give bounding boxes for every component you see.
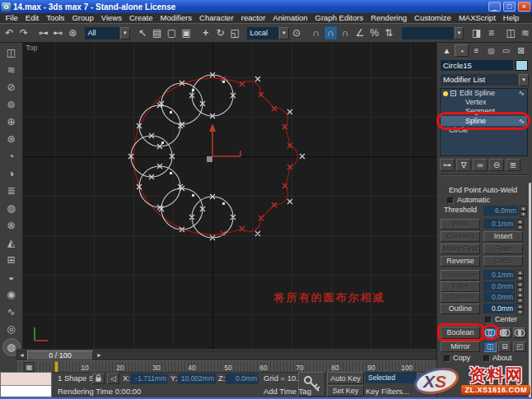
current-frame-marker[interactable] — [54, 361, 58, 373]
chamfer-spinner[interactable]: ▲▼ — [516, 292, 524, 302]
modifier-list-arrow[interactable]: ▼ — [519, 74, 529, 86]
left-toolbar-button-2[interactable]: ≋ — [2, 62, 21, 79]
fillet-value-field[interactable]: 0.0mm — [483, 281, 515, 291]
scale-button[interactable]: ◱ — [228, 26, 242, 40]
stack-item-edit-spline[interactable]: Edit Spline ∿ — [441, 89, 527, 98]
remove-modifier-button[interactable]: ⊖ — [489, 159, 504, 171]
viewport-label[interactable]: Top — [26, 44, 38, 52]
selection-filter-dropdown[interactable]: All — [85, 27, 119, 39]
menu-item-reactor[interactable]: reactor — [237, 13, 269, 23]
reference-coordinate-dropdown[interactable]: Local — [247, 27, 278, 39]
select-and-link-button[interactable]: ⊶ — [36, 26, 50, 40]
menu-item-file[interactable]: File — [2, 13, 21, 23]
track-bar[interactable]: ▦ 10 20 30 40 50 60 70 80 90 100 — [16, 360, 436, 372]
make-unique-button[interactable]: ∞ — [473, 159, 488, 171]
left-toolbar-button-1[interactable]: ◫ — [2, 44, 21, 62]
left-toolbar-button-3[interactable]: ⊘ — [2, 79, 21, 96]
redo-button[interactable]: ↷ — [17, 26, 31, 40]
menu-item-modifiers[interactable]: Modifiers — [156, 13, 196, 23]
cross-insert-value-field[interactable]: 0.1mm — [483, 270, 515, 280]
left-toolbar-button-9[interactable]: ≣ — [2, 183, 21, 200]
minimize-button[interactable]: _ — [488, 2, 501, 12]
spinner-snap-button[interactable]: ⇅ — [382, 26, 396, 40]
undo-button[interactable]: ↶ — [2, 26, 16, 40]
menu-item-group[interactable]: Group — [68, 13, 97, 23]
align-button[interactable]: ≡ — [484, 26, 498, 40]
transform-gizmo[interactable] — [207, 123, 240, 162]
center-checkbox[interactable] — [485, 317, 492, 323]
menu-item-graph-editors[interactable]: Graph Editors — [311, 13, 367, 23]
cycle-button[interactable]: Cycle — [483, 256, 523, 267]
auto-key-button[interactable]: Auto Key — [327, 372, 364, 384]
threshold-value-field[interactable]: 6.0mm — [483, 206, 518, 216]
tab-create[interactable]: ▲ — [440, 44, 454, 57]
menu-item-maxscript[interactable]: MAXScript — [455, 13, 499, 23]
tab-motion[interactable]: ◎ — [484, 44, 498, 57]
stack-item-circle[interactable]: Circle — [441, 126, 527, 135]
snap-toggle-2d-button[interactable]: ∩ — [309, 26, 323, 40]
connect-button[interactable]: Connect — [441, 231, 480, 242]
menu-item-rendering[interactable]: Rendering — [367, 13, 411, 23]
named-selection-sets-arrow[interactable]: ▼ — [455, 27, 464, 39]
boolean-union-icon[interactable] — [483, 327, 497, 338]
top-viewport[interactable]: Top 将所有的圆布尔相减 — [23, 43, 436, 349]
weld-spinner[interactable]: ▲▼ — [516, 219, 524, 229]
left-toolbar-button-13[interactable]: ⊞ — [2, 252, 21, 269]
menu-item-tools[interactable]: Tools — [43, 13, 68, 23]
tab-utilities[interactable]: ⊠ — [514, 44, 528, 57]
left-toolbar-button-16[interactable]: ∿ — [2, 304, 21, 321]
configure-modifier-sets-button[interactable]: ≣ — [506, 159, 520, 171]
cross-insert-button[interactable]: CrossInsert — [441, 270, 480, 281]
tab-hierarchy[interactable]: ≡ — [469, 44, 483, 57]
maximize-button[interactable]: □ — [503, 2, 516, 12]
left-toolbar-button-6[interactable]: ⊛ — [2, 131, 21, 148]
mirror-button[interactable]: Mirror — [441, 341, 480, 352]
selection-region-button[interactable]: ▢ — [165, 26, 179, 40]
maxscript-mini-listener[interactable] — [0, 372, 52, 397]
menu-item-character[interactable]: Character — [196, 13, 238, 23]
weld-value-field[interactable]: 0.1mm — [483, 219, 515, 229]
stack-item-segment[interactable]: Segment — [441, 107, 527, 116]
selection-set-filter-dropdown[interactable]: Selected — [366, 373, 417, 383]
close-button[interactable]: × — [518, 2, 530, 12]
set-key-button[interactable]: Set Key — [327, 385, 364, 397]
move-button[interactable]: + — [198, 26, 212, 40]
outline-button[interactable]: Outline — [441, 304, 480, 314]
object-name-field[interactable]: Circle15 — [441, 60, 513, 71]
rotate-button[interactable]: ↻ — [213, 26, 227, 40]
left-toolbar-button-17[interactable]: ◎ — [2, 321, 21, 338]
mirror-vertical-icon[interactable]: ⊟ — [498, 341, 511, 352]
stack-item-vertex[interactable]: Vertex — [441, 98, 527, 107]
key-filters-button[interactable]: Key Filters... — [366, 386, 409, 397]
listener-macro-line[interactable] — [1, 373, 51, 386]
snap-toggle-25d-button[interactable]: ∩ — [338, 26, 352, 40]
left-toolbar-button-7[interactable]: ◔ — [2, 148, 21, 165]
left-toolbar-button-4[interactable]: ⊚ — [2, 96, 21, 114]
reference-coordinate-arrow[interactable]: ▼ — [279, 27, 289, 39]
left-toolbar-button-14[interactable]: ◒ — [2, 269, 21, 286]
menu-item-create[interactable]: Create — [125, 13, 156, 23]
left-toolbar-button-10[interactable]: ◍ — [2, 200, 21, 217]
use-pivot-center-button[interactable]: ⊙ — [290, 26, 304, 40]
fillet-spinner[interactable]: ▲▼ — [516, 281, 524, 291]
fillet-button[interactable]: Fillet — [441, 281, 480, 292]
automatic-checkbox[interactable] — [447, 197, 454, 204]
boolean-subtraction-icon[interactable] — [498, 327, 511, 338]
left-toolbar-button-15[interactable]: ◉ — [2, 286, 21, 304]
threshold-spinner[interactable]: ▲▼ — [520, 206, 527, 216]
stack-item-spline-selected[interactable]: Spline ∿ — [441, 116, 527, 126]
menu-item-views[interactable]: Views — [97, 13, 125, 23]
selection-filter-arrow[interactable]: ▼ — [120, 27, 130, 39]
next-frame-arrow[interactable]: ► — [95, 351, 104, 360]
absolute-mode-icon[interactable]: ◁ — [107, 373, 119, 384]
chamfer-button[interactable]: Chamfer — [441, 292, 480, 303]
chamfer-value-field[interactable]: 0.0mm — [483, 292, 515, 302]
left-toolbar-button-11[interactable]: ⊗ — [2, 217, 21, 234]
z-coordinate-field[interactable]: 0.0mm — [226, 373, 259, 384]
x-coordinate-field[interactable]: -1.711mm — [130, 373, 168, 384]
layer-manager-button[interactable]: ◫ — [504, 26, 518, 40]
boolean-button[interactable]: Boolean — [441, 327, 480, 339]
modifier-list-dropdown[interactable]: Modifier List — [441, 74, 518, 86]
unlink-selection-button[interactable]: ⊷ — [51, 26, 65, 40]
select-by-name-button[interactable]: ▤ — [150, 26, 164, 40]
